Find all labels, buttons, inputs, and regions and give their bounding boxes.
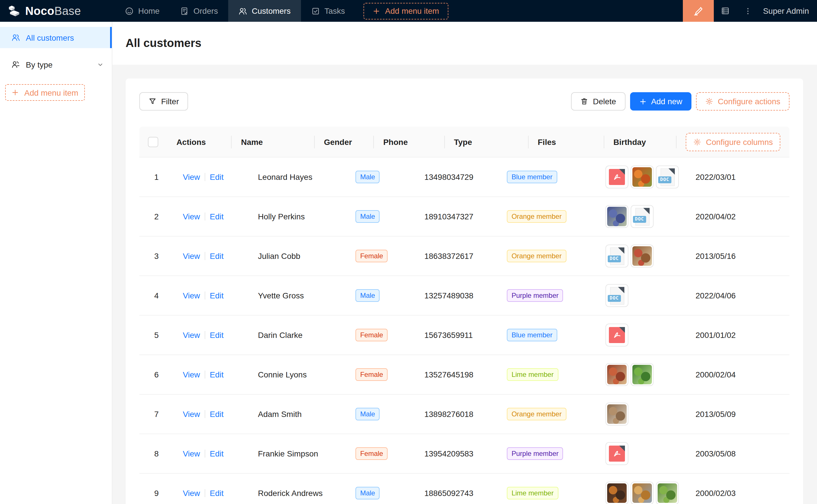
file-thumbnail[interactable] (606, 482, 629, 504)
table-row: 7ViewEditAdam SmithMale13898276018Orange… (139, 395, 790, 434)
action-edit-link[interactable]: Edit (210, 489, 224, 498)
table-row: 1ViewEditLeonard HayesMale13498034729Blu… (139, 157, 790, 197)
row-actions-cell: ViewEdit (174, 276, 249, 315)
customer-name-cell: Julian Cobb (249, 237, 347, 275)
action-view-link[interactable]: View (183, 449, 200, 458)
action-view-link[interactable]: View (183, 291, 200, 300)
action-view-link[interactable]: View (183, 409, 200, 419)
customer-name-cell: Holly Perkins (249, 197, 347, 236)
collections-button[interactable] (714, 0, 737, 22)
file-thumbnail[interactable] (656, 482, 679, 504)
gender-tag: Female (356, 250, 388, 262)
phone-value: 13954209583 (424, 449, 473, 458)
add-new-button[interactable]: Add new (630, 92, 692, 111)
file-thumbnail[interactable] (631, 363, 654, 386)
sidebar-add-menu-item-label: Add menu item (24, 88, 78, 97)
action-divider (205, 371, 205, 379)
file-thumbnail[interactable]: DOC (656, 166, 679, 188)
file-thumbnail[interactable] (631, 245, 654, 267)
action-view-link[interactable]: View (183, 489, 200, 498)
action-edit-link[interactable]: Edit (210, 291, 224, 300)
configure-actions-button[interactable]: Configure actions (696, 92, 790, 111)
add-new-button-label: Add new (651, 97, 682, 106)
doc-badge: DOC (608, 295, 621, 302)
files-cell (596, 474, 686, 504)
table-toolbar: Filter Delete Add new (139, 92, 790, 111)
delete-button[interactable]: Delete (571, 92, 625, 111)
action-edit-link[interactable]: Edit (210, 409, 224, 419)
sidebar-item-all-customers[interactable]: All customers (0, 27, 112, 48)
action-edit-link[interactable]: Edit (210, 251, 224, 261)
nav-item-home[interactable]: Home (115, 0, 170, 22)
birthday-cell: 2001/01/02 (686, 316, 771, 355)
files-cell: DOC (596, 276, 686, 315)
nav-item-customers[interactable]: Customers (228, 0, 301, 22)
action-edit-link[interactable]: Edit (210, 370, 224, 379)
nav-item-tasks[interactable]: Tasks (301, 0, 356, 22)
main-area: All customers Filter Delete (112, 22, 817, 504)
brand-logo[interactable]: NocoBase (8, 4, 107, 17)
customer-name-cell: Connie Lyons (249, 355, 347, 394)
select-all-checkbox[interactable] (148, 137, 158, 147)
more-menu-button[interactable] (737, 0, 760, 22)
pdf-file-icon (609, 327, 625, 343)
action-view-link[interactable]: View (183, 251, 200, 261)
row-index-cell: 9 (139, 474, 174, 504)
gear-icon (705, 97, 713, 105)
photo-fruit-butterfly (633, 483, 652, 503)
action-view-link[interactable]: View (183, 212, 200, 221)
customer-name: Leonard Hayes (258, 172, 313, 182)
sidebar-add-menu-item-button[interactable]: Add menu item (5, 84, 85, 101)
action-edit-link[interactable]: Edit (210, 172, 224, 182)
files-cell: DOC (596, 157, 686, 196)
file-thumbnail[interactable] (606, 363, 629, 386)
file-thumbnail[interactable] (606, 403, 629, 426)
select-all-cell (139, 127, 167, 157)
files-cell (596, 355, 686, 394)
action-edit-link[interactable]: Edit (210, 212, 224, 221)
column-header-phone: Phone (374, 127, 445, 157)
pdf-file-icon (609, 169, 625, 185)
ui-editor-button[interactable] (683, 0, 714, 22)
configure-columns-button[interactable]: Configure columns (686, 133, 780, 151)
chevron-down-icon (97, 61, 104, 68)
birthday-cell: 2000/02/03 (686, 474, 771, 504)
action-edit-link[interactable]: Edit (210, 330, 224, 340)
row-actions-cell: ViewEdit (174, 316, 249, 355)
file-thumbnail[interactable] (606, 166, 629, 188)
table-row: 5ViewEditDarin ClarkeFemale15673659911Bl… (139, 316, 790, 355)
nav-item-orders[interactable]: Orders (170, 0, 229, 22)
phone-value: 13257489038 (424, 291, 473, 300)
action-edit-link[interactable]: Edit (210, 449, 224, 458)
column-header-name: Name (232, 127, 315, 157)
file-thumbnail[interactable] (631, 166, 654, 188)
type-cell: Purple member (498, 276, 596, 315)
designer-highlighter-icon (694, 6, 703, 16)
sidebar-item-by-type[interactable]: By type (0, 54, 112, 75)
file-thumbnail[interactable] (631, 482, 654, 504)
row-spacer-cell (771, 355, 790, 394)
action-view-link[interactable]: View (183, 172, 200, 182)
phone-cell: 13954209583 (415, 434, 498, 473)
doc-badge: DOC (633, 216, 646, 223)
row-index: 2 (154, 212, 159, 221)
action-view-link[interactable]: View (183, 330, 200, 340)
file-thumbnail[interactable] (606, 442, 629, 465)
file-thumbnail[interactable] (606, 324, 629, 347)
birthday-value: 2022/04/06 (696, 291, 736, 300)
current-user[interactable]: Super Admin (763, 6, 809, 15)
file-thumbnail[interactable]: DOC (606, 245, 629, 267)
filter-button[interactable]: Filter (139, 92, 188, 111)
file-thumbnail[interactable] (606, 205, 629, 228)
gender-tag: Male (356, 408, 380, 420)
customer-name: Roderick Andrews (258, 489, 323, 498)
file-thumbnail[interactable]: DOC (606, 284, 629, 307)
type-cell: Blue member (498, 316, 596, 355)
action-view-link[interactable]: View (183, 370, 200, 379)
navbar-add-menu-item-button[interactable]: Add menu item (363, 3, 448, 19)
filter-icon (148, 97, 156, 105)
phone-cell: 13257489038 (415, 276, 498, 315)
column-header-files: Files (529, 127, 604, 157)
file-thumbnail[interactable]: DOC (631, 205, 654, 228)
photo-dark-fruit (607, 483, 627, 503)
